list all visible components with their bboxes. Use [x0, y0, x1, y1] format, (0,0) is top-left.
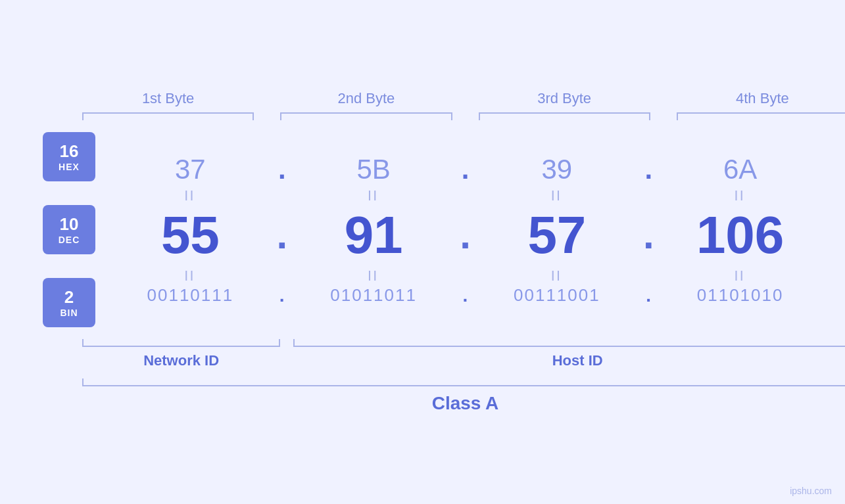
- byte-2-label: 2nd Byte: [267, 90, 465, 107]
- bottom-section: Network ID Host ID: [69, 339, 845, 369]
- byte-col-3: 3rd Byte: [466, 90, 664, 120]
- network-id-label: Network ID: [69, 352, 293, 369]
- dot-dec-3: .: [635, 216, 662, 255]
- main-container: 1st Byte 2nd Byte 3rd Byte 4th Byte 16 H…: [0, 0, 845, 504]
- bracket-top-3: [479, 112, 650, 120]
- bracket-host: [293, 339, 845, 347]
- bin-val-4: 01101010: [662, 285, 819, 306]
- byte-1-label: 1st Byte: [69, 90, 267, 107]
- bracket-top-4: [677, 112, 845, 120]
- bracket-network: [82, 339, 280, 347]
- dot-1: .: [269, 156, 295, 183]
- equals-row-2: || || || ||: [112, 265, 819, 285]
- bin-row: 00110111 . 01011011 . 00111001 . 0110101…: [112, 285, 819, 306]
- values-area: 37 . 5B . 39 . 6A || ||: [112, 154, 819, 306]
- hex-row: 37 . 5B . 39 . 6A: [112, 154, 819, 185]
- dec-base-name: DEC: [59, 235, 80, 245]
- dec-row: 55 . 91 . 57 . 106: [112, 205, 819, 265]
- byte-col-1: 1st Byte: [69, 90, 267, 120]
- dec-val-4: 106: [662, 205, 819, 265]
- dec-val-2: 91: [295, 205, 452, 265]
- dot-2: .: [452, 156, 479, 183]
- byte-col-2: 2nd Byte: [267, 90, 465, 120]
- byte-col-4: 4th Byte: [664, 90, 845, 120]
- hex-base-name: HEX: [59, 162, 80, 172]
- bracket-top-1: [82, 112, 254, 120]
- byte-4-label: 4th Byte: [664, 90, 845, 107]
- bin-val-3: 00111001: [479, 285, 636, 306]
- main-grid: 16 HEX 10 DEC 2 BIN 37 . 5B: [26, 120, 819, 339]
- bracket-top-2: [280, 112, 452, 120]
- dot-3: .: [635, 156, 662, 183]
- equals-row-1: || || || ||: [112, 185, 819, 205]
- watermark: ipshu.com: [790, 486, 832, 496]
- class-bracket: [82, 378, 845, 386]
- bracket-bottom-row: [69, 339, 845, 347]
- id-labels-row: Network ID Host ID: [69, 352, 845, 369]
- dot-bin-1: .: [269, 286, 295, 305]
- byte-3-label: 3rd Byte: [466, 90, 664, 107]
- byte-headers: 1st Byte 2nd Byte 3rd Byte 4th Byte: [69, 90, 845, 120]
- dec-badge: 10 DEC: [43, 205, 95, 254]
- base-labels: 16 HEX 10 DEC 2 BIN: [26, 120, 112, 339]
- bin-val-2: 01011011: [295, 285, 452, 306]
- hex-base-number: 16: [60, 141, 79, 162]
- hex-val-1: 37: [112, 154, 269, 185]
- hex-val-2: 5B: [295, 154, 452, 185]
- dec-val-3: 57: [479, 205, 636, 265]
- dot-bin-3: .: [635, 286, 662, 305]
- dec-base-number: 10: [60, 214, 79, 235]
- bin-val-1: 00110111: [112, 285, 269, 306]
- bin-badge: 2 BIN: [43, 278, 95, 327]
- dot-dec-1: .: [269, 216, 295, 255]
- hex-val-4: 6A: [662, 154, 819, 185]
- class-label: Class A: [69, 393, 845, 414]
- bin-base-number: 2: [64, 287, 74, 308]
- dot-dec-2: .: [452, 216, 479, 255]
- class-section: Class A: [69, 378, 845, 414]
- dec-val-1: 55: [112, 205, 269, 265]
- hex-badge: 16 HEX: [43, 132, 95, 181]
- bin-base-name: BIN: [60, 308, 78, 318]
- dot-bin-2: .: [452, 286, 479, 305]
- hex-val-3: 39: [479, 154, 636, 185]
- host-id-label: Host ID: [293, 352, 845, 369]
